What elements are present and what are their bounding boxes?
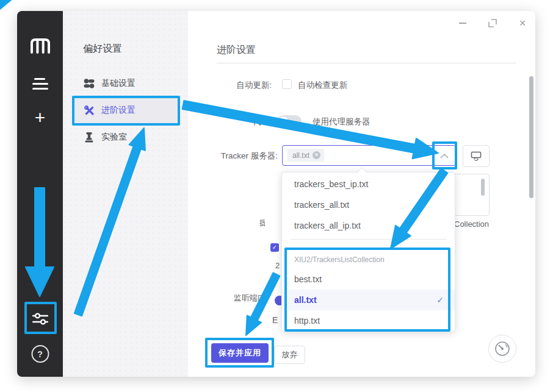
speed-gauge-button[interactable] bbox=[488, 335, 516, 363]
save-apply-button[interactable]: 保存并应用 bbox=[211, 343, 269, 363]
gauge-icon bbox=[494, 340, 511, 357]
title-divider bbox=[217, 63, 516, 63]
advanced-settings-pane: × 进阶设置 自动更新: 自动检查更新 代理: 使用代理服务器 Tracker … bbox=[188, 11, 535, 377]
auto-update-checkbox-label[interactable]: 自动检查更新 bbox=[298, 80, 347, 91]
tracker-server-label: Tracker 服务器: bbox=[198, 151, 278, 162]
dropdown-item[interactable]: trackers_all_ip.txt bbox=[282, 215, 455, 236]
proxy-toggle[interactable] bbox=[277, 115, 302, 127]
check-icon: ✓ bbox=[436, 290, 444, 310]
close-button[interactable]: × bbox=[516, 17, 529, 29]
tracker-server-select[interactable]: all.txt ✕ bbox=[282, 145, 456, 166]
dropdown-item[interactable]: http.txt bbox=[282, 310, 455, 331]
page-title: 进阶设置 bbox=[217, 44, 256, 57]
nav-item-basic-settings[interactable]: 基础设置 bbox=[73, 71, 180, 96]
toggles-icon bbox=[83, 79, 95, 88]
description-fragment: 《 bbox=[259, 229, 264, 240]
checked-checkbox-fragment[interactable]: ✓ bbox=[270, 243, 279, 252]
proxy-label: 代理: bbox=[204, 116, 272, 127]
link-text-fragment[interactable]: Collection bbox=[454, 219, 489, 229]
maximize-button[interactable] bbox=[486, 17, 499, 29]
add-task-icon[interactable]: + bbox=[35, 109, 46, 127]
nav-item-label: 进阶设置 bbox=[101, 105, 136, 116]
proxy-toggle-label: 使用代理服务器 bbox=[313, 116, 370, 127]
app-window: + ? 偏好设置 bbox=[17, 11, 535, 377]
dropdown-divider bbox=[291, 239, 447, 240]
motrix-logo-icon bbox=[29, 37, 51, 56]
dropdown-group-label: XIU2/TrackersListCollection bbox=[294, 255, 385, 264]
arrow-fragment-corner bbox=[0, 0, 11, 9]
nav-item-advanced-settings[interactable]: 进阶设置 bbox=[73, 98, 180, 123]
nav-item-label: 实验室 bbox=[101, 132, 127, 143]
content-scrollbar[interactable] bbox=[529, 76, 533, 198]
dropdown-item-selected[interactable]: all.txt ✓ bbox=[282, 290, 455, 310]
auto-update-checkbox[interactable] bbox=[282, 79, 292, 89]
textarea-scroll-thumb[interactable] bbox=[481, 179, 485, 196]
dropdown-item[interactable]: best.txt bbox=[282, 269, 455, 290]
app-sidebar: + ? bbox=[17, 11, 63, 377]
selected-tag: all.txt ✕ bbox=[287, 149, 324, 162]
chevron-up-icon[interactable] bbox=[440, 153, 449, 159]
preferences-title: 偏好设置 bbox=[83, 43, 122, 55]
preferences-sliders-icon[interactable] bbox=[32, 312, 48, 328]
dropdown-item-label: all.txt bbox=[294, 295, 317, 305]
lab-stamp-icon bbox=[83, 132, 95, 143]
monitor-sync-icon bbox=[471, 151, 482, 161]
screenshot-page: + ? 偏好设置 bbox=[0, 0, 553, 392]
task-list-icon[interactable] bbox=[32, 77, 48, 93]
listen-port-label: 监听端口 bbox=[234, 293, 266, 304]
discard-button[interactable]: 放弃 bbox=[274, 346, 305, 364]
description-fragment: 提 bbox=[259, 218, 265, 229]
auto-update-label: 自动更新: bbox=[204, 80, 272, 91]
toggle-knob bbox=[278, 116, 288, 126]
minimize-button[interactable] bbox=[457, 17, 469, 29]
tracker-dropdown: trackers_best_ip.txt trackers_all.txt tr… bbox=[281, 172, 455, 332]
tag-text: all.txt bbox=[292, 151, 309, 160]
dropdown-item[interactable]: trackers_best_ip.txt bbox=[282, 174, 455, 194]
text-fragment: E bbox=[272, 315, 278, 325]
wrench-screwdriver-icon bbox=[83, 105, 95, 116]
number-fragment: 2 bbox=[275, 261, 280, 270]
preferences-panel: 偏好设置 基础设置 bbox=[63, 11, 188, 377]
nav-item-label: 基础设置 bbox=[101, 78, 136, 89]
sync-tracker-button[interactable] bbox=[463, 145, 490, 167]
help-icon[interactable]: ? bbox=[31, 345, 49, 363]
tag-remove-icon[interactable]: ✕ bbox=[313, 151, 320, 159]
dropdown-item[interactable]: trackers_all.txt bbox=[282, 194, 455, 215]
nav-item-lab[interactable]: 实验室 bbox=[73, 124, 180, 150]
help-glyph: ? bbox=[31, 345, 49, 363]
